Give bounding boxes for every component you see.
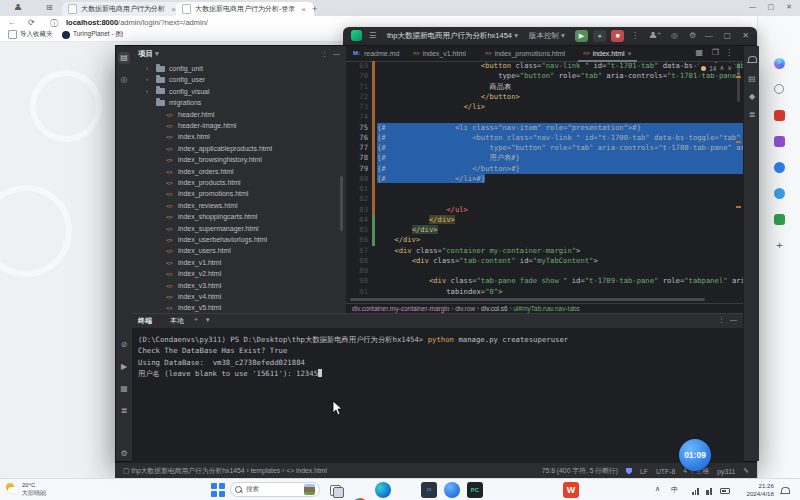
tree-item-index_users.html[interactable]: <>index_users.html — [132, 245, 346, 256]
editor-tab-index-promotions[interactable]: <>index_promotions.html — [480, 46, 570, 60]
editor-tab-index[interactable]: <>index.html× — [578, 46, 637, 62]
services-icon[interactable]: ⊘ — [118, 339, 130, 351]
panel-hide-icon[interactable]: — — [333, 50, 340, 57]
code-line-75[interactable]: 75{# <li class="nav-item" role="presenta… — [346, 123, 743, 133]
tree-item-index_userbehaviorlogs.html[interactable]: <>index_userbehaviorlogs.html — [132, 234, 346, 245]
ide-maximize-button[interactable]: ▢ — [723, 31, 731, 40]
refresh-icon[interactable]: ⟳ — [28, 18, 35, 27]
new-tab-button[interactable]: + — [312, 4, 317, 14]
tree-item-index_products.html[interactable]: <>index_products.html — [132, 177, 346, 188]
tab-close-icon[interactable]: × — [628, 50, 632, 57]
write-mode-icon[interactable]: ✎ — [743, 467, 749, 475]
add-user-icon[interactable]: 👤︎⁺ — [649, 31, 661, 40]
tree-scrollbar[interactable] — [340, 176, 343, 231]
code-line-72[interactable]: 72 </button> — [346, 92, 743, 102]
language-indicator[interactable]: 中 — [671, 485, 678, 495]
settings-icon[interactable]: ⚙ — [118, 448, 130, 460]
editor-tab-index-v1[interactable]: <>index_v1.html — [408, 46, 471, 60]
tree-item-migrations[interactable]: migrations — [132, 97, 346, 108]
code-line-81[interactable]: 81 — [346, 184, 743, 194]
project-icon[interactable]: ▤ — [118, 52, 130, 64]
more-actions-icon[interactable]: ⋮ — [631, 31, 639, 40]
ide-minimize-button[interactable]: — — [705, 31, 713, 40]
add-sidebar-icon[interactable]: + — [774, 240, 785, 251]
tree-item-index_applicableproducts.html[interactable]: <>index_applicableproducts.html — [132, 143, 346, 154]
panel-options-icon[interactable]: ⋮ — [321, 50, 328, 58]
run-button[interactable]: ▶ — [575, 30, 588, 42]
file-encoding[interactable]: UTF-8 — [656, 468, 675, 475]
task-view-button[interactable] — [328, 482, 344, 498]
ide-title-bar[interactable]: ☰ thp大数据新电商用户行为分析hx1454 ▾ 版本控制 ▾ ▶ ● ■ ⋮… — [343, 27, 757, 45]
breadcrumb-item[interactable]: div.container.my-container-margin — [352, 305, 449, 312]
start-button[interactable] — [210, 482, 228, 500]
tree-item-index_promotions.html[interactable]: <>index_promotions.html — [132, 188, 346, 199]
terminal-options-icon[interactable]: ⋮ — [718, 316, 725, 324]
code-line-90[interactable]: 90 <div class="tab-pane fade show " id="… — [346, 276, 743, 286]
new-terminal-icon[interactable]: + — [194, 316, 198, 323]
settings-gear-icon[interactable]: ⚙ — [689, 31, 696, 40]
edge-icon[interactable] — [375, 482, 391, 498]
notifications-bell-icon[interactable] — [748, 56, 757, 63]
vcs-widget[interactable]: 版本控制 ▾ — [529, 31, 565, 41]
profile-icon[interactable]: 👤︎ — [14, 3, 22, 13]
chevron-right-icon[interactable]: › — [146, 63, 148, 74]
search-everywhere-icon[interactable]: ◎ — [118, 74, 130, 86]
notification-bell-icon[interactable] — [781, 487, 790, 494]
editor-more-icon[interactable]: ⋮ — [725, 48, 733, 57]
shopping-icon[interactable] — [774, 110, 785, 121]
code-line-88[interactable]: 88 <div class="tab-content" id="myTabCon… — [346, 256, 743, 266]
ai-assistant-icon[interactable]: ◆ — [746, 91, 758, 103]
breadcrumb-item[interactable]: div.col.s6 — [481, 305, 508, 312]
window-maximize-button[interactable]: ▢ — [767, 3, 774, 11]
tree-item-index_v1.html[interactable]: <>index_v1.html — [132, 257, 346, 268]
network-icon[interactable] — [692, 488, 699, 495]
browser-tab-1[interactable]: 大数据新电商用户行为分析 v-base × — [62, 2, 182, 16]
code-line-85[interactable]: 85 </div> — [346, 225, 743, 235]
code-line-78[interactable]: 78{# 用户表#} — [346, 153, 743, 163]
window-minimize-button[interactable]: — — [749, 3, 756, 10]
notes-icon[interactable]: ▤ — [746, 73, 758, 85]
code-editor[interactable]: 69 <button class="nav-link " id="t-1701-… — [346, 61, 743, 297]
code-line-70[interactable]: 70 type="button" role="tab" aria-control… — [346, 71, 743, 81]
terminal-hide-icon[interactable]: — — [730, 316, 737, 323]
weather-widget[interactable]: 20°C大部晴朗 — [6, 481, 46, 497]
status-breadcrumb[interactable]: ▢ thp大数据新电商用户行为分析hx1454 › templates › <>… — [123, 466, 327, 476]
bookmark-import[interactable]: 导入收藏夹 — [8, 30, 53, 39]
breadcrumb-item[interactable]: ul#myTab.nav.nav-tabs — [514, 305, 580, 312]
tree-item-index_orders.html[interactable]: <>index_orders.html — [132, 166, 346, 177]
tree-item-index_v4.html[interactable]: <>index_v4.html — [132, 291, 346, 302]
cloud-icon[interactable] — [774, 188, 785, 199]
code-line-77[interactable]: 77{# type="button" role="tab" aria-contr… — [346, 143, 743, 153]
vscode-icon[interactable]: ‹› — [421, 482, 437, 498]
tree-item-config_visual[interactable]: ›config_visual — [132, 86, 346, 97]
ide-close-button[interactable]: ✕ — [742, 31, 749, 40]
build-icon[interactable]: ▦ — [118, 383, 130, 395]
search-icon[interactable] — [774, 84, 784, 94]
clock[interactable]: 21:262024/4/18 — [746, 482, 774, 498]
terminal-output[interactable]: (D:\Condaenvs\py311) PS D:\Desktop\thp大数… — [138, 334, 568, 379]
volume-icon[interactable] — [706, 488, 712, 495]
code-line-79[interactable]: 79{# </button>#} — [346, 164, 743, 174]
tab-layout-icon[interactable]: ⊞ — [46, 3, 53, 13]
code-line-71[interactable]: 71 商品表 — [346, 82, 743, 92]
stop-button[interactable]: ■ — [611, 30, 624, 42]
tree-item-header.html[interactable]: <>header.html — [132, 109, 346, 120]
database-icon[interactable]: ≣ — [746, 109, 758, 121]
tree-item-index_browsinghistory.html[interactable]: <>index_browsinghistory.html — [132, 154, 346, 165]
split-editor-icon[interactable]: ❐ — [712, 48, 719, 57]
code-line-86[interactable]: 86 </div> — [346, 235, 743, 245]
inspections-widget[interactable]: 14∧∨ — [698, 63, 735, 73]
protection-shield-icon[interactable] — [626, 468, 632, 475]
tree-item-header-image.html[interactable]: <>header-image.html — [132, 120, 346, 131]
code-line-91[interactable]: 91 tabindex="0"> — [346, 287, 743, 297]
python-interpreter[interactable]: py311 — [717, 468, 735, 475]
app-blue-icon[interactable] — [774, 162, 785, 173]
tree-item-index_v2.html[interactable]: <>index_v2.html — [132, 268, 346, 279]
code-line-69[interactable]: 69 <button class="nav-link " id="t-1701-… — [346, 61, 743, 71]
pycharm-icon[interactable]: PC — [467, 482, 483, 498]
chevron-right-icon[interactable]: › — [146, 86, 148, 97]
project-title[interactable]: thp大数据新电商用户行为分析hx1454 ▾ — [387, 31, 518, 41]
tree-item-index_reviews.html[interactable]: <>index_reviews.html — [132, 200, 346, 211]
tray-expand-icon[interactable]: ∧ — [655, 485, 660, 493]
code-line-73[interactable]: 73 </li> — [346, 102, 743, 112]
